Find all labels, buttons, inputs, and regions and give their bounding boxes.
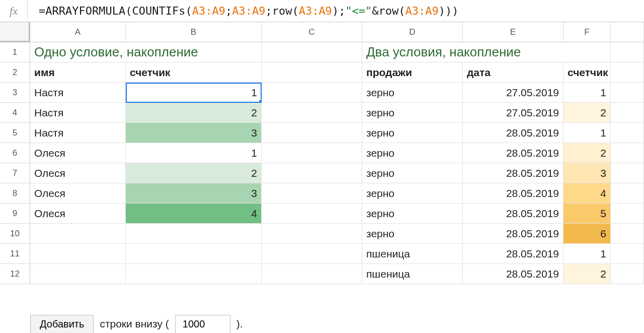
cell-empty[interactable] — [262, 123, 362, 143]
cell-name[interactable]: Настя — [30, 83, 126, 103]
cell-counter-left[interactable] — [126, 224, 262, 244]
col-header-A[interactable]: A — [30, 22, 126, 42]
cell-sales[interactable]: зерно — [362, 83, 463, 103]
cell-name[interactable]: Настя — [30, 123, 126, 143]
cell-sales[interactable]: зерно — [362, 183, 463, 204]
cell-counter-left[interactable]: 2 — [126, 163, 262, 183]
rows-below-label: строки внизу ( — [100, 318, 169, 330]
cell-counter-right[interactable]: 1 — [564, 83, 611, 103]
cell-empty[interactable] — [262, 264, 362, 284]
row-header-5[interactable]: 5 — [0, 123, 30, 143]
row-header-1[interactable]: 1 — [0, 42, 30, 62]
cell-sales[interactable]: зерно — [362, 143, 463, 163]
col-header-B[interactable]: B — [126, 22, 262, 42]
cell-sales[interactable]: пшеница — [362, 264, 463, 284]
cell-counter-right[interactable]: 5 — [564, 204, 611, 224]
cell-date[interactable]: 28.05.2019 — [463, 163, 564, 183]
cell-counter-left[interactable]: 1 — [126, 143, 262, 163]
cell-date[interactable]: 28.05.2019 — [463, 264, 564, 284]
cell-empty[interactable] — [262, 183, 362, 204]
row-header-10[interactable]: 10 — [0, 224, 30, 244]
row-header-12[interactable]: 12 — [0, 264, 30, 284]
cell-sales[interactable]: пшеница — [362, 244, 463, 264]
cell-blank-2[interactable] — [611, 62, 644, 83]
cell-date[interactable]: 28.05.2019 — [463, 143, 564, 163]
cell-name[interactable]: Олеся — [30, 204, 126, 224]
cell-blank[interactable] — [611, 183, 644, 204]
cell-name[interactable]: Олеся — [30, 183, 126, 204]
cell-date[interactable]: 27.05.2019 — [463, 83, 564, 103]
cell-counter-left[interactable]: 3 — [126, 183, 262, 204]
cell-blank[interactable] — [611, 264, 644, 284]
row-header-8[interactable]: 8 — [0, 183, 30, 204]
cell-counter-right[interactable]: 1 — [564, 123, 611, 143]
cell-counter-right[interactable]: 3 — [564, 163, 611, 183]
cell-sales[interactable]: зерно — [362, 103, 463, 123]
cell-empty[interactable] — [262, 143, 362, 163]
cell-counter-left[interactable]: 4 — [126, 204, 262, 224]
cell-name[interactable]: Настя — [30, 103, 126, 123]
cell-counter-left[interactable] — [126, 264, 262, 284]
cell-sales[interactable]: зерно — [362, 204, 463, 224]
cell-name[interactable] — [30, 244, 126, 264]
cell-counter-right[interactable]: 4 — [564, 183, 611, 204]
col-header-E[interactable]: E — [463, 22, 564, 42]
cell-empty[interactable] — [262, 244, 362, 264]
select-all-corner[interactable] — [0, 22, 30, 42]
cell-name[interactable] — [30, 224, 126, 244]
col-header-D[interactable]: D — [362, 22, 463, 42]
cell-blank[interactable] — [611, 83, 644, 103]
cell-date[interactable]: 28.05.2019 — [463, 123, 564, 143]
cell-C1[interactable] — [262, 42, 362, 62]
row-header-7[interactable]: 7 — [0, 163, 30, 183]
cell-sales[interactable]: зерно — [362, 123, 463, 143]
cell-counter-left[interactable]: 1 — [126, 83, 262, 103]
cell-name[interactable]: Олеся — [30, 163, 126, 183]
row-header-2[interactable]: 2 — [0, 62, 30, 83]
cell-counter-right[interactable]: 6 — [564, 224, 611, 244]
cell-date[interactable]: 28.05.2019 — [463, 244, 564, 264]
cell-counter-right[interactable]: 2 — [564, 264, 611, 284]
cell-name[interactable] — [30, 264, 126, 284]
row-header-6[interactable]: 6 — [0, 143, 30, 163]
cell-counter-left[interactable]: 3 — [126, 123, 262, 143]
col-header-C[interactable]: C — [262, 22, 362, 42]
cell-date[interactable]: 28.05.2019 — [463, 224, 564, 244]
col-header-F[interactable]: F — [564, 22, 611, 42]
cell-sales[interactable]: зерно — [362, 163, 463, 183]
cell-counter-left[interactable]: 2 — [126, 103, 262, 123]
cell-blank-1[interactable] — [611, 42, 644, 62]
add-rows-button[interactable]: Добавить — [30, 315, 94, 334]
cell-empty[interactable] — [262, 204, 362, 224]
row-header-3[interactable]: 3 — [0, 83, 30, 103]
cell-date[interactable]: 28.05.2019 — [463, 204, 564, 224]
cell-counter-right[interactable]: 2 — [564, 103, 611, 123]
cell-blank[interactable] — [611, 143, 644, 163]
cell-date[interactable]: 28.05.2019 — [463, 183, 564, 204]
row-header-9[interactable]: 9 — [0, 204, 30, 224]
formula-input[interactable]: = ARRAYFORMULA ( COUNTIFs ( A3:A9 ; A3:A… — [28, 0, 644, 22]
cell-counter-right[interactable]: 2 — [564, 143, 611, 163]
rows-count-input[interactable] — [175, 315, 230, 334]
cell-counter-right[interactable]: 1 — [564, 244, 611, 264]
cell-empty[interactable] — [262, 163, 362, 183]
cell-name[interactable]: Олеся — [30, 143, 126, 163]
cell-blank[interactable] — [611, 204, 644, 224]
cell-date[interactable]: 27.05.2019 — [463, 103, 564, 123]
cell-blank[interactable] — [611, 224, 644, 244]
cell-blank[interactable] — [611, 123, 644, 143]
cell-empty[interactable] — [262, 224, 362, 244]
cell-C2[interactable] — [262, 62, 362, 83]
cell-counter-left[interactable] — [126, 244, 262, 264]
row-header-11[interactable]: 11 — [0, 244, 30, 264]
row-header-4[interactable]: 4 — [0, 103, 30, 123]
cell-empty[interactable] — [262, 83, 362, 103]
cell-blank[interactable] — [611, 163, 644, 183]
spreadsheet-grid[interactable]: ABCDEF1Одно условие, накоплениеДва услов… — [0, 22, 644, 284]
cell-sales[interactable]: зерно — [362, 224, 463, 244]
formula-bar: fx = ARRAYFORMULA ( COUNTIFs ( A3:A9 ; A… — [0, 0, 644, 22]
cell-blank[interactable] — [611, 244, 644, 264]
cell-blank[interactable] — [611, 103, 644, 123]
col-header-blank[interactable] — [611, 22, 644, 42]
cell-empty[interactable] — [262, 103, 362, 123]
